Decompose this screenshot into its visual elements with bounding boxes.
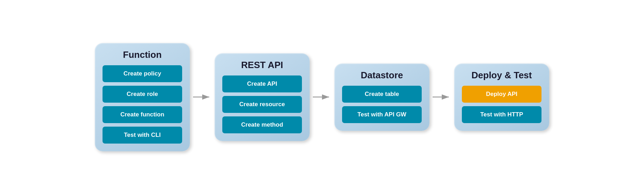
create-policy-button[interactable]: Create policy (103, 65, 182, 82)
create-table-button[interactable]: Create table (342, 86, 422, 103)
diagram: Function Create policy Create role Creat… (81, 36, 563, 158)
panel-deploy: Deploy & Test Deploy API Test with HTTP (454, 63, 549, 131)
create-resource-button[interactable]: Create resource (222, 96, 302, 113)
panel-datastore: Datastore Create table Test with API GW (334, 63, 429, 131)
arrow-2 (310, 90, 334, 104)
test-cli-button[interactable]: Test with CLI (103, 127, 182, 144)
panel-function: Function Create policy Create role Creat… (95, 43, 190, 151)
create-method-button[interactable]: Create method (222, 116, 302, 133)
test-api-gw-button[interactable]: Test with API GW (342, 106, 422, 123)
panel-function-title: Function (103, 49, 182, 60)
test-http-button[interactable]: Test with HTTP (462, 106, 541, 123)
panel-deploy-title: Deploy & Test (462, 70, 541, 81)
panel-restapi: REST API Create API Create resource Crea… (215, 53, 310, 141)
create-role-button[interactable]: Create role (103, 86, 182, 103)
panel-datastore-title: Datastore (342, 70, 422, 81)
arrow-1 (190, 90, 215, 104)
deploy-api-button[interactable]: Deploy API (462, 86, 541, 103)
create-api-button[interactable]: Create API (222, 75, 302, 92)
panel-restapi-title: REST API (222, 60, 302, 71)
create-function-button[interactable]: Create function (103, 106, 182, 123)
arrow-3 (429, 90, 454, 104)
